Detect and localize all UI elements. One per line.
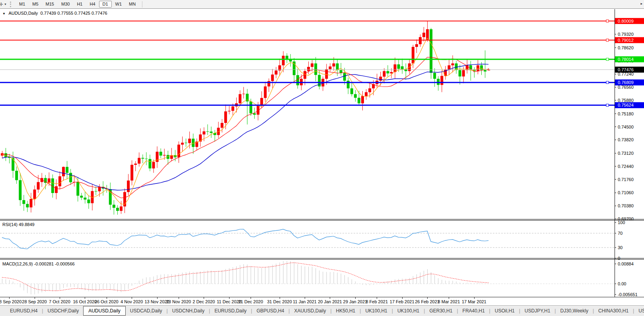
chart-tab-china300-h1[interactable]: CHINA300,H1 <box>594 307 633 315</box>
chart-tab-usoil[interactable]: USOil <box>634 307 644 315</box>
date-tick <box>229 297 230 299</box>
timeframe-button-mn[interactable]: MN <box>125 1 139 8</box>
chart-tab-eurusd-h4[interactable]: EURUSD,H4 <box>6 307 42 315</box>
date-label: 26 Oct 2020 <box>95 299 119 304</box>
date-tick <box>474 297 475 299</box>
date-tick <box>107 297 107 299</box>
chart-tab-usdjpy-h1[interactable]: USDJPY,H1 <box>520 307 555 315</box>
hline-handle[interactable] <box>606 104 609 106</box>
svg-text:0.71760: 0.71760 <box>618 177 634 182</box>
hline-handle[interactable] <box>606 39 609 41</box>
date-label: 16 Oct 2020 <box>73 299 97 304</box>
symbol-tab-bar: EURUSD,H4|USDCHF,DailyAUDUSD,DailyUSDCAD… <box>0 305 644 316</box>
chart-title: ▼ AUDUSD,Daily 0.77439 0.77555 0.77425 0… <box>2 11 107 16</box>
chart-area[interactable]: 0.793200.786200.779400.772400.765600.758… <box>0 9 644 297</box>
date-label: 18 Sep 2020 <box>0 299 21 304</box>
svg-text:0.00884: 0.00884 <box>618 261 634 266</box>
chart-tab-usdcad-daily[interactable]: USDCAD,Daily <box>126 307 167 315</box>
svg-text:0.77476: 0.77476 <box>618 67 634 72</box>
date-label: 2 Dec 2020 <box>193 299 215 304</box>
date-label: 13 Nov 2020 <box>144 299 169 304</box>
date-label: 31 Dec 2020 <box>267 299 292 304</box>
timeframe-button-m30[interactable]: M30 <box>58 1 73 8</box>
date-label: 17 Mar 2021 <box>462 299 486 304</box>
timeframe-button-h4[interactable]: H4 <box>86 1 99 8</box>
rsi-panel: 10070300 <box>0 220 625 261</box>
timeframe-button-d1[interactable]: D1 <box>99 1 112 8</box>
chart-tab-gbpusd-h4[interactable]: GBPUSD,H4 <box>252 307 288 315</box>
timeframe-button-w1[interactable]: W1 <box>112 1 126 8</box>
svg-text:0.73820: 0.73820 <box>618 137 634 142</box>
date-label: 21 Dec 2020 <box>238 299 263 304</box>
date-tick <box>85 297 85 299</box>
svg-text:0.72440: 0.72440 <box>618 164 634 169</box>
macd-indicator-label: MACD(12,26,9) -0.000281 -0.000566 <box>2 261 75 266</box>
chart-tab-uk100-h1[interactable]: UK100,H1 <box>393 307 424 315</box>
crosshair-cursor-icon[interactable]: ✛ <box>0 2 4 7</box>
chart-tab-xauusd-daily[interactable]: XAUUSD,Daily <box>290 307 330 315</box>
toolbar-grip[interactable] <box>10 2 12 7</box>
svg-text:0.80009: 0.80009 <box>618 19 634 23</box>
macd-signal-line <box>2 263 488 291</box>
svg-text:0.74500: 0.74500 <box>618 125 634 129</box>
date-label: 11 Dec 2020 <box>217 299 241 304</box>
chart-tab-ger30-h1[interactable]: GER30,H1 <box>425 307 457 315</box>
chart-symbol-label: AUDUSD,Daily <box>8 11 38 16</box>
svg-text:0.76809: 0.76809 <box>618 80 634 85</box>
timeframe-button-m5[interactable]: M5 <box>29 1 42 8</box>
horizontal-lines-layer[interactable] <box>0 20 615 107</box>
chart-tab-dj30-weekly[interactable]: DJ30,Weekly <box>556 307 592 315</box>
date-tick <box>377 297 377 299</box>
svg-text:0.75624: 0.75624 <box>618 103 634 107</box>
date-tick <box>9 297 10 299</box>
chart-tab-hk50-h1[interactable]: HK50,H1 <box>332 307 360 315</box>
toolbar-overflow-chevron-icon[interactable]: ▸ <box>640 2 642 6</box>
date-label: 4 Nov 2020 <box>121 299 143 304</box>
svg-text:0.73120: 0.73120 <box>618 151 634 156</box>
chart-tab-eurusd-daily[interactable]: EURUSD,Daily <box>210 307 251 315</box>
date-label: 17 Feb 2021 <box>390 299 414 304</box>
ma-fast-line <box>2 38 488 205</box>
date-label: 20 Jan 2021 <box>318 299 342 304</box>
chart-tab-usoil-h1[interactable]: USOil,H1 <box>490 307 519 315</box>
date-tick <box>355 297 356 299</box>
chart-tab-audusd-daily[interactable]: AUDUSD,Daily <box>83 306 126 316</box>
date-tick <box>179 297 179 299</box>
chart-tab-usdcnh-daily[interactable]: USDCNH,Daily <box>168 307 209 315</box>
svg-text:-0.005651: -0.005651 <box>618 292 638 297</box>
symbol-dropdown-caret-icon[interactable]: ▼ <box>2 12 6 16</box>
date-tick <box>427 297 428 299</box>
timeframe-button-h1[interactable]: H1 <box>73 1 86 8</box>
svg-text:30: 30 <box>618 245 623 250</box>
hline-handle[interactable] <box>606 58 609 60</box>
timeframe-button-m1[interactable]: M1 <box>16 1 29 8</box>
date-label: 7 Oct 2020 <box>49 299 70 304</box>
macd-panel: 0.008840.00-0.005651 <box>0 261 638 297</box>
chart-tab-uk100-h1[interactable]: UK100,H1 <box>361 307 391 315</box>
svg-text:0.75880: 0.75880 <box>618 98 634 103</box>
rsi-line <box>2 229 488 249</box>
date-label: 28 Sep 2020 <box>22 299 47 304</box>
svg-text:0.76560: 0.76560 <box>618 85 634 90</box>
chart-ohlc-values: 0.77439 0.77555 0.77425 0.77476 <box>40 11 107 16</box>
chart-tab-fra40-h1[interactable]: FRA40,H1 <box>458 307 489 315</box>
date-label: 8 Feb 2021 <box>366 299 388 304</box>
timeframe-button-m15[interactable]: M15 <box>42 1 58 8</box>
cursor-dropdown-caret-icon[interactable]: ▼ <box>4 3 7 6</box>
chart-tab-usdchf-daily[interactable]: USDCHF,Daily <box>43 307 83 315</box>
trading-platform-window: ✛ ▼ M1M5M15M30H1H4D1W1MN ▸ 0.793200.7862… <box>0 0 644 316</box>
date-tick <box>157 297 158 299</box>
svg-text:70: 70 <box>618 231 623 236</box>
hline-handle[interactable] <box>606 81 609 84</box>
date-tick <box>305 297 305 299</box>
hline-handle[interactable] <box>606 20 609 22</box>
date-tick <box>449 297 449 299</box>
date-tick <box>251 297 251 299</box>
date-label: 8 Mar 2021 <box>438 299 460 304</box>
date-tick <box>280 297 280 299</box>
date-tick <box>402 297 403 299</box>
date-label: 26 Feb 2021 <box>415 299 440 304</box>
svg-text:0.00: 0.00 <box>618 281 626 286</box>
date-axis[interactable]: 18 Sep 202028 Sep 20207 Oct 202016 Oct 2… <box>0 297 644 305</box>
svg-text:0.70380: 0.70380 <box>618 203 634 208</box>
